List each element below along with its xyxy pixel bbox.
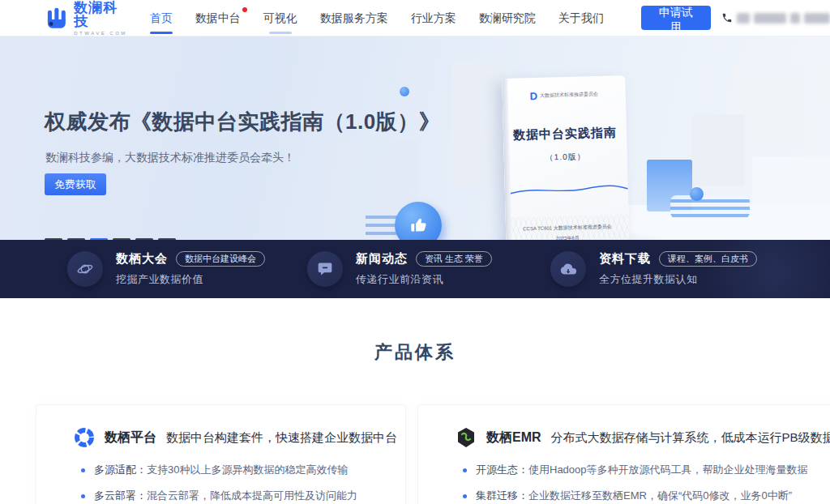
bullet-item: 集群迁移：企业数据迁移至数栖EMR，确保“代码0修改，业务0中断” (456, 489, 830, 503)
contact-phone (721, 12, 830, 23)
bullet-text: 支持30种以上多源异构数据的稳定高效传输 (147, 463, 348, 476)
carousel-dash[interactable] (45, 238, 62, 240)
product-name: 数栖平台 (105, 429, 156, 446)
hero-title: 权威发布《数据中台实践指南（1.0版）》 (45, 108, 440, 136)
bullet-text: 混合云部署，降低成本提高可用性及访问能力 (147, 489, 357, 502)
brand-name: 数澜科技 (74, 1, 128, 28)
book-wave-line (511, 182, 628, 197)
product-desc: 分布式大数据存储与计算系统，低成本运行PB级数据分析 (551, 430, 830, 446)
nav-item-about[interactable]: 关于我们 (558, 0, 604, 36)
feature-badge: 资讯 生态 荣誉 (416, 251, 492, 267)
carousel-indicators (45, 238, 176, 240)
bullet-text: 使用Hadoop等多种开放源代码工具，帮助企业处理海量数据 (528, 463, 808, 476)
feature-desc: 全方位提升数据认知 (599, 272, 757, 287)
hero-banner: D 大数据技术标准推进委员会 数据中台实践指南 （1.0版） CCSA TC60… (0, 36, 830, 240)
feature-title: 数栖大会 (116, 251, 168, 267)
notification-dot (242, 7, 247, 12)
nav-item-data-service[interactable]: 数据服务方案 (320, 0, 388, 36)
bullet-text: 企业数据迁移至数栖EMR，确保“代码0修改，业务0中断” (528, 489, 792, 502)
carousel-dash[interactable] (158, 238, 176, 240)
bullet-list: 多源适配：支持30种以上多源异构数据的稳定高效传输 多云部署：混合云部署，降低成… (74, 463, 397, 504)
brand-logo-text: 数澜科技 DTWAVE.COM (74, 1, 128, 36)
product-cards: 数栖平台 数据中台构建套件，快速搭建企业数据中台 多源适配：支持30种以上多源异… (0, 404, 830, 504)
bullet-label: 多源适配： (94, 463, 147, 476)
feature-badge: 课程、案例、白皮书 (659, 251, 757, 267)
brand-logo-icon (46, 7, 68, 29)
brand-domain: DTWAVE.COM (74, 31, 128, 36)
card-header: 数栖平台 数据中台构建套件，快速搭建企业数据中台 (74, 427, 397, 448)
cloud-download-icon (550, 251, 586, 287)
planet-icon (67, 251, 103, 287)
page: 数澜科技 DTWAVE.COM 首页 数据中台 可视化 数据服务方案 行业方案 … (0, 0, 830, 504)
products-section: 产品体系 数栖平台 数据中台构建套件，快速搭建企业数据中台 多源适配：支持30种… (0, 298, 830, 504)
feature-downloads[interactable]: 资料下载 课程、案例、白皮书 全方位提升数据认知 (550, 240, 757, 298)
product-name: 数栖EMR (486, 429, 541, 446)
feature-body: 新闻动态 资讯 生态 荣誉 传递行业前沿资讯 (356, 251, 492, 287)
hero-decor-sphere (690, 187, 704, 201)
bullet-label: 多云部署： (94, 489, 147, 502)
ring-icon (74, 427, 95, 448)
card-header: 数栖EMR 分布式大数据存储与计算系统，低成本运行PB级数据分析 (456, 427, 830, 448)
feature-badge: 数据中台建设峰会 (176, 251, 265, 267)
carousel-dash[interactable] (90, 238, 108, 240)
bullet-label: 集群迁移： (476, 489, 528, 502)
feature-shuqi-conference[interactable]: 数栖大会 数据中台建设峰会 挖掘产业数据价值 (67, 240, 265, 298)
carousel-dash[interactable] (135, 238, 153, 240)
thumbs-up-icon (407, 214, 430, 237)
feature-desc: 传递行业前沿资讯 (356, 272, 492, 287)
top-navbar: 数澜科技 DTWAVE.COM 首页 数据中台 可视化 数据服务方案 行业方案 … (0, 0, 830, 36)
free-download-button[interactable]: 免费获取 (45, 173, 106, 195)
brand-logo[interactable]: 数澜科技 DTWAVE.COM (46, 1, 129, 36)
bullet-item: 开源生态：使用Hadoop等多种开放源代码工具，帮助企业处理海量数据 (456, 463, 830, 477)
nav-item-visualization[interactable]: 可视化 (263, 0, 297, 36)
bullet-item: 多源适配：支持30种以上多源异构数据的稳定高效传输 (74, 463, 397, 477)
carousel-dash[interactable] (113, 238, 130, 240)
feature-desc: 挖掘产业数据价值 (116, 272, 265, 287)
feature-row: 新闻动态 资讯 生态 荣誉 (356, 251, 492, 267)
feature-row: 资料下载 课程、案例、白皮书 (599, 251, 757, 267)
book-mesh-pattern (511, 215, 630, 240)
feature-row: 数栖大会 数据中台建设峰会 (116, 251, 265, 267)
hexagon-s-icon (456, 427, 477, 448)
book-org-text: 大数据技术标准推进委员会 (540, 92, 598, 99)
message-icon (307, 251, 343, 287)
thumbs-up-badge (395, 202, 442, 240)
product-desc: 数据中台构建套件，快速搭建企业数据中台 (166, 430, 397, 446)
blurred-phone-segment (804, 13, 830, 23)
book-org-logo-letter: D (529, 91, 537, 101)
feature-title: 资料下载 (599, 251, 651, 267)
product-card-shuqi-platform[interactable]: 数栖平台 数据中台构建套件，快速搭建企业数据中台 多源适配：支持30种以上多源异… (36, 404, 406, 504)
feature-body: 资料下载 课程、案例、白皮书 全方位提升数据认知 (599, 251, 757, 287)
book-cover: D 大数据技术标准推进委员会 数据中台实践指南 （1.0版） CCSA TC60… (502, 75, 630, 240)
hero-subtitle: 数澜科技参编，大数据技术标准推进委员会牵头！ (45, 151, 295, 165)
book-org-logo: D 大数据技术标准推进委员会 (503, 88, 626, 102)
section-title: 产品体系 (0, 340, 830, 365)
nav-item-home[interactable]: 首页 (150, 0, 173, 36)
blurred-phone-segment (737, 13, 750, 23)
blurred-phone-segment (790, 13, 800, 23)
product-card-shuqi-emr[interactable]: 数栖EMR 分布式大数据存储与计算系统，低成本运行PB级数据分析 开源生态：使用… (417, 404, 830, 504)
nav-item-research[interactable]: 数澜研究院 (479, 0, 536, 36)
feature-strip: 数栖大会 数据中台建设峰会 挖掘产业数据价值 新闻动态 资讯 生态 荣誉 传递行… (0, 240, 830, 298)
hero-decor-cube (452, 61, 506, 187)
phone-icon (721, 12, 733, 23)
apply-trial-button[interactable]: 申请试用 (641, 6, 711, 30)
bullet-label: 开源生态： (476, 463, 528, 476)
main-nav: 首页 数据中台 可视化 数据服务方案 行业方案 数澜研究院 关于我们 (150, 0, 604, 36)
hero-decor-disc-stack (670, 195, 750, 219)
hero-decor-sphere (400, 87, 409, 96)
nav-item-label: 数据中台 (195, 11, 241, 24)
blurred-phone-segment (754, 13, 786, 23)
hero-decor-cube (691, 114, 745, 186)
feature-news[interactable]: 新闻动态 资讯 生态 荣誉 传递行业前沿资讯 (307, 240, 492, 298)
feature-body: 数栖大会 数据中台建设峰会 挖掘产业数据价值 (116, 251, 265, 287)
nav-item-data-middle-platform[interactable]: 数据中台 (195, 0, 241, 36)
bullet-item: 多云部署：混合云部署，降低成本提高可用性及访问能力 (74, 489, 397, 503)
book-title: 数据中台实践指南 (503, 125, 627, 143)
nav-item-industry[interactable]: 行业方案 (411, 0, 456, 36)
book-edition: （1.0版） (504, 150, 627, 164)
bullet-list: 开源生态：使用Hadoop等多种开放源代码工具，帮助企业处理海量数据 集群迁移：… (456, 463, 830, 504)
feature-title: 新闻动态 (356, 251, 408, 267)
carousel-dash[interactable] (67, 238, 85, 240)
